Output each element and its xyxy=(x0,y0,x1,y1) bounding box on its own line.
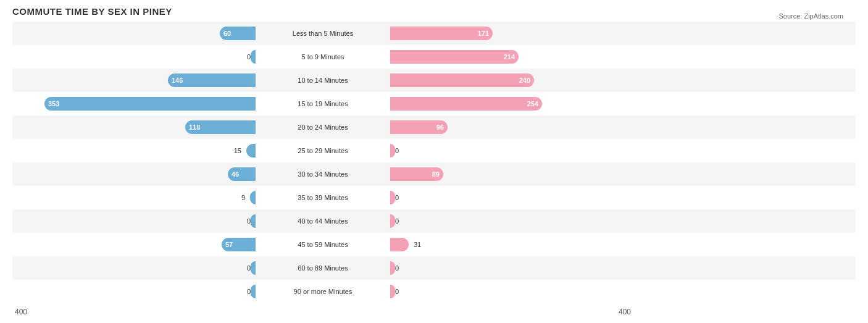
female-value: 89 xyxy=(432,170,440,178)
male-bar: 146 xyxy=(168,73,256,87)
male-bar xyxy=(251,214,256,228)
row-label: 45 to 59 Minutes xyxy=(259,241,386,248)
female-section: 254 xyxy=(386,92,633,115)
female-section: 240 xyxy=(386,69,633,92)
table-row: 35315 to 19 Minutes254 xyxy=(12,92,856,115)
female-bar: 89 xyxy=(390,167,443,181)
female-value: 0 xyxy=(395,147,399,154)
male-section: 0 xyxy=(12,256,259,280)
female-value: 171 xyxy=(478,30,489,37)
male-section: 353 xyxy=(12,92,259,115)
female-bar xyxy=(390,214,395,228)
male-bar xyxy=(251,261,256,275)
male-bar xyxy=(251,50,256,64)
male-value: 118 xyxy=(189,124,200,131)
male-bar: 60 xyxy=(220,27,256,40)
male-value: 15 xyxy=(234,147,241,154)
male-section: 0 xyxy=(12,209,259,233)
female-bar: 254 xyxy=(390,97,542,111)
female-value: 0 xyxy=(395,217,399,225)
male-value: 60 xyxy=(223,30,231,37)
table-row: 4630 to 34 Minutes89 xyxy=(12,162,856,186)
male-section: 9 xyxy=(12,186,259,209)
table-row: 090 or more Minutes0 xyxy=(12,280,856,303)
male-value: 146 xyxy=(172,77,183,84)
female-section: 31 xyxy=(386,233,633,256)
table-row: 14610 to 14 Minutes240 xyxy=(12,69,856,92)
chart-area: 60Less than 5 Minutes17105 to 9 Minutes2… xyxy=(12,22,856,323)
male-section: 57 xyxy=(12,233,259,256)
table-row: 60Less than 5 Minutes171 xyxy=(12,22,856,45)
female-value: 0 xyxy=(395,288,399,295)
male-section: 0 xyxy=(12,280,259,303)
male-bar xyxy=(250,191,256,204)
female-bar xyxy=(390,238,409,251)
male-bar: 353 xyxy=(44,97,256,111)
x-axis: 400 400 xyxy=(12,303,856,321)
female-value: 254 xyxy=(527,100,538,107)
row-label: 40 to 44 Minutes xyxy=(259,217,386,225)
table-row: 11820 to 24 Minutes96 xyxy=(12,115,856,139)
female-section: 0 xyxy=(386,209,633,233)
row-label: 15 to 19 Minutes xyxy=(259,100,386,107)
female-section: 89 xyxy=(386,162,633,186)
row-label: 5 to 9 Minutes xyxy=(259,53,386,61)
table-row: 040 to 44 Minutes0 xyxy=(12,209,856,233)
female-bar xyxy=(390,285,395,298)
row-label: 25 to 29 Minutes xyxy=(259,147,386,154)
female-bar xyxy=(390,191,395,204)
table-row: 935 to 39 Minutes0 xyxy=(12,186,856,209)
male-section: 118 xyxy=(12,115,259,139)
female-section: 0 xyxy=(386,280,633,303)
table-row: 5745 to 59 Minutes31 xyxy=(12,233,856,256)
female-section: 214 xyxy=(386,45,633,69)
female-value: 31 xyxy=(414,241,421,248)
chart-title: COMMUTE TIME BY SEX IN PINEY xyxy=(12,6,856,17)
female-value: 240 xyxy=(519,77,530,84)
male-value: 57 xyxy=(225,241,233,248)
x-left-label: 400 xyxy=(12,308,259,316)
row-label: 10 to 14 Minutes xyxy=(259,77,386,84)
row-label: Less than 5 Minutes xyxy=(259,30,386,37)
male-bar xyxy=(251,285,256,298)
row-label: 35 to 39 Minutes xyxy=(259,194,386,201)
male-bar: 57 xyxy=(222,238,256,251)
x-right-label: 400 xyxy=(386,308,633,316)
female-bar xyxy=(390,144,395,157)
source-label: Source: ZipAtlas.com xyxy=(778,12,843,20)
female-value: 0 xyxy=(395,194,399,201)
table-row: 1525 to 29 Minutes0 xyxy=(12,139,856,162)
female-value: 214 xyxy=(504,53,515,61)
female-section: 0 xyxy=(386,256,633,280)
male-bar: 118 xyxy=(185,120,256,134)
male-section: 15 xyxy=(12,139,259,162)
chart-rows: 60Less than 5 Minutes17105 to 9 Minutes2… xyxy=(12,22,856,303)
female-value: 0 xyxy=(395,264,399,272)
female-section: 0 xyxy=(386,139,633,162)
female-section: 171 xyxy=(386,22,633,45)
female-bar: 214 xyxy=(390,50,519,64)
male-bar xyxy=(246,144,256,157)
female-section: 0 xyxy=(386,186,633,209)
male-value: 353 xyxy=(48,100,59,107)
female-bar: 171 xyxy=(390,27,493,40)
male-value: 46 xyxy=(232,170,239,178)
row-label: 20 to 24 Minutes xyxy=(259,124,386,131)
female-bar: 96 xyxy=(390,120,448,134)
row-label: 60 to 89 Minutes xyxy=(259,264,386,272)
male-section: 0 xyxy=(12,45,259,69)
table-row: 05 to 9 Minutes214 xyxy=(12,45,856,69)
row-label: 30 to 34 Minutes xyxy=(259,170,386,178)
female-section: 96 xyxy=(386,115,633,139)
table-row: 060 to 89 Minutes0 xyxy=(12,256,856,280)
male-section: 60 xyxy=(12,22,259,45)
male-section: 146 xyxy=(12,69,259,92)
male-section: 46 xyxy=(12,162,259,186)
female-value: 96 xyxy=(436,124,444,131)
female-bar xyxy=(390,261,395,275)
male-value: 9 xyxy=(241,194,245,201)
male-bar: 46 xyxy=(228,167,256,181)
row-label: 90 or more Minutes xyxy=(259,288,386,295)
female-bar: 240 xyxy=(390,73,534,87)
